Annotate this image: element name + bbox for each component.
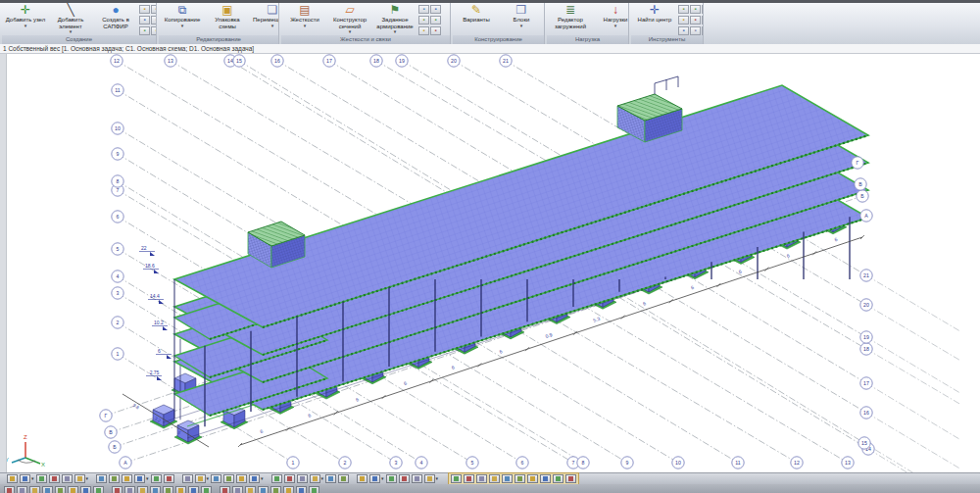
small-tool-icon[interactable]: ▪	[151, 26, 156, 35]
toolbar-tool-icon[interactable]	[412, 474, 422, 483]
toolbar-tool-icon[interactable]	[258, 486, 269, 493]
toolbar-tool-icon[interactable]	[296, 486, 307, 493]
dropdown-caret-icon[interactable]: ▾	[86, 474, 89, 483]
small-tool-icon[interactable]: ▪	[702, 5, 703, 14]
toolbar-tool-icon[interactable]	[122, 474, 132, 483]
toolbar-tool-icon[interactable]	[249, 474, 260, 483]
toolbar-tool-icon[interactable]	[553, 474, 564, 483]
ribbon-button[interactable]: ✛Добавить узел▾	[3, 4, 48, 35]
small-tool-icon[interactable]: ▪	[418, 16, 429, 25]
toolbar-tool-icon[interactable]	[369, 474, 380, 483]
small-tool-icon[interactable]: ▪	[430, 5, 441, 14]
small-tool-icon[interactable]: ▪	[690, 26, 701, 35]
toolbar-tool-icon[interactable]	[49, 474, 60, 483]
toolbar-tool-icon[interactable]	[310, 474, 320, 483]
small-tool-icon[interactable]: ▪	[418, 5, 429, 14]
toolbar-tool-icon[interactable]	[357, 474, 368, 483]
toolbar-tool-icon[interactable]	[182, 474, 193, 483]
small-tool-icon[interactable]: ▪	[139, 26, 150, 35]
toolbar-tool-icon[interactable]	[96, 474, 107, 483]
toolbar-tool-icon[interactable]	[284, 474, 295, 483]
toolbar-tool-icon[interactable]	[270, 486, 281, 493]
toolbar-tool-icon[interactable]	[309, 486, 319, 493]
toolbar-tool-icon[interactable]	[195, 474, 206, 483]
ribbon-button[interactable]: ✎Варианты	[454, 4, 499, 35]
small-tool-icon[interactable]: ▪	[151, 5, 156, 14]
toolbar-tool-icon[interactable]	[20, 474, 30, 483]
model-viewport[interactable]: 6666660.95.3666665.83.252218.614.410.26-…	[0, 54, 980, 472]
dropdown-caret-icon[interactable]: ▾	[381, 474, 384, 483]
toolbar-tool-icon[interactable]	[386, 474, 397, 483]
toolbar-tool-icon[interactable]	[527, 474, 538, 483]
toolbar-tool-icon[interactable]	[68, 486, 78, 493]
toolbar-tool-icon[interactable]	[150, 486, 161, 493]
toolbar-tool-icon[interactable]	[297, 474, 308, 483]
toolbar-tool-icon[interactable]	[137, 486, 148, 493]
dropdown-caret-icon[interactable]: ▾	[207, 474, 210, 483]
dropdown-caret-icon[interactable]: ▾	[436, 474, 439, 483]
model-canvas[interactable]: 6666660.95.3666665.83.252218.614.410.26-…	[0, 54, 980, 472]
toolbar-tool-icon[interactable]	[29, 486, 40, 493]
loadcase-bar[interactable]: 1 Собственный вес [1. Основная задача; C…	[0, 44, 980, 54]
toolbar-tool-icon[interactable]	[451, 474, 462, 483]
dropdown-caret-icon[interactable]: ▾	[146, 474, 149, 483]
small-tool-icon[interactable]: ▪	[139, 16, 150, 25]
ribbon-button[interactable]: ⚑Заданное армирование▾	[372, 4, 417, 35]
toolbar-tool-icon[interactable]	[338, 474, 349, 483]
small-tool-icon[interactable]: ▪	[678, 16, 689, 25]
toolbar-tool-icon[interactable]	[325, 474, 336, 483]
toolbar-tool-icon[interactable]	[55, 486, 66, 493]
toolbar-tool-icon[interactable]	[489, 474, 500, 483]
small-tool-icon[interactable]: ▪	[690, 16, 701, 25]
dropdown-caret-icon[interactable]: ▾	[31, 474, 34, 483]
small-tool-icon[interactable]: ▪	[139, 5, 150, 14]
dropdown-caret-icon[interactable]: ▾	[321, 474, 324, 483]
toolbar-tool-icon[interactable]	[124, 486, 135, 493]
ribbon-button[interactable]: ●Создать в САПФИР	[93, 4, 138, 35]
ribbon-button[interactable]: ↓Нагрузки▾	[593, 4, 628, 35]
toolbar-tool-icon[interactable]	[62, 474, 73, 483]
toolbar-tool-icon[interactable]	[540, 474, 551, 483]
small-tool-icon[interactable]: ▪	[151, 16, 156, 25]
small-tool-icon[interactable]: ▪	[690, 5, 701, 14]
ribbon-button[interactable]: ❒Блоки▾	[499, 4, 544, 35]
toolbar-tool-icon[interactable]	[112, 486, 122, 493]
toolbar-tool-icon[interactable]	[134, 474, 145, 483]
toolbar-tool-icon[interactable]	[271, 474, 282, 483]
toolbar-tool-icon[interactable]	[283, 486, 294, 493]
ribbon-button[interactable]: ❏Перемещение▾	[250, 4, 278, 35]
toolbar-tool-icon[interactable]	[232, 486, 243, 493]
small-tool-icon[interactable]: ▪	[430, 26, 441, 35]
toolbar-tool-icon[interactable]	[164, 474, 174, 483]
toolbar-tool-icon[interactable]	[236, 474, 247, 483]
toolbar-tool-icon[interactable]	[424, 474, 435, 483]
toolbar-tool-icon[interactable]	[464, 474, 474, 483]
toolbar-tool-icon[interactable]	[565, 474, 576, 483]
toolbar-tool-icon[interactable]	[514, 474, 525, 483]
small-tool-icon[interactable]: ▪	[418, 26, 429, 35]
toolbar-tool-icon[interactable]	[201, 486, 212, 493]
toolbar-tool-icon[interactable]	[36, 474, 47, 483]
small-tool-icon[interactable]: ▪	[702, 16, 703, 25]
toolbar-tool-icon[interactable]	[188, 486, 199, 493]
toolbar-tool-icon[interactable]	[17, 486, 27, 493]
ribbon-button[interactable]: ▤Жесткости▾	[282, 4, 327, 35]
toolbar-tool-icon[interactable]	[245, 486, 256, 493]
small-tool-icon[interactable]: ▪	[430, 16, 441, 25]
toolbar-tool-icon[interactable]	[175, 486, 186, 493]
toolbar-tool-icon[interactable]	[220, 486, 230, 493]
toolbar-tool-icon[interactable]	[476, 474, 487, 483]
small-tool-icon[interactable]: ▪	[678, 26, 689, 35]
toolbar-tool-icon[interactable]	[211, 474, 221, 483]
toolbar-tool-icon[interactable]	[151, 474, 162, 483]
toolbar-tool-icon[interactable]	[74, 474, 85, 483]
ribbon-button[interactable]: ▱Конструктор сечений▾	[327, 4, 372, 35]
toolbar-tool-icon[interactable]	[80, 486, 91, 493]
toolbar-tool-icon[interactable]	[399, 474, 410, 483]
ribbon-button[interactable]: ▣Упаковка схемы	[205, 4, 250, 35]
toolbar-tool-icon[interactable]	[7, 474, 18, 483]
small-tool-icon[interactable]: ▪	[678, 5, 689, 14]
toolbar-tool-icon[interactable]	[4, 486, 15, 493]
dropdown-caret-icon[interactable]: ▾	[261, 474, 264, 483]
ribbon-button[interactable]: ≣Редактор загружений	[548, 4, 593, 35]
